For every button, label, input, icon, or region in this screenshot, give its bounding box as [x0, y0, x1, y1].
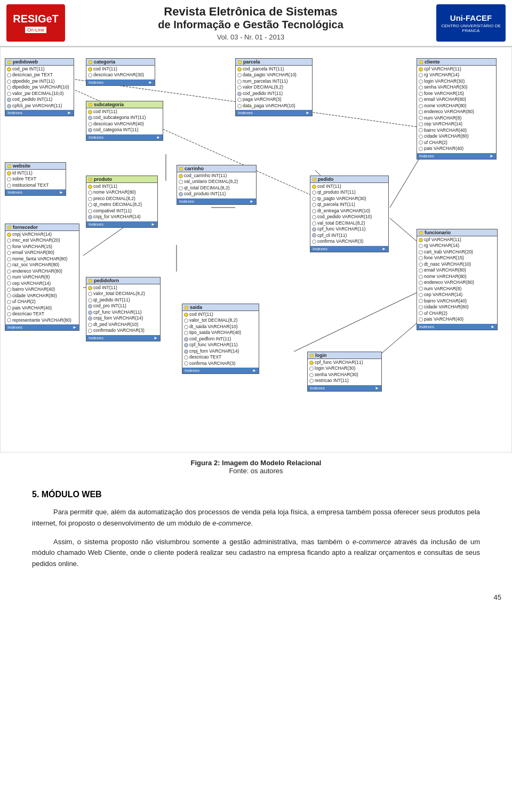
indexes-bar-website[interactable]: Indexes ► [5, 189, 66, 195]
field-row: pais VARCHAR(40) [418, 146, 495, 152]
field-row: cpf_func VARCHAR(11) [87, 309, 159, 315]
table-pedidoforn: pedidoforn cod INT(11) valor_total DECIM… [86, 277, 161, 341]
indexes-bar-login[interactable]: Indexes ► [308, 385, 381, 391]
field-row: cep VARCHAR(14) [6, 281, 78, 286]
field-row: valor_tot DECIMAL(8,2) [183, 317, 258, 323]
field-row: val_unitario DECIMAL(8,2) [178, 179, 255, 185]
page-header: RESIGeT On-Line Revista Eletrônica de Si… [0, 0, 512, 47]
field-row: restricao INT(11) [309, 378, 380, 384]
field-row: cidade VARCHAR(80) [418, 133, 495, 139]
paragraph-2: Assim, o sistema proposto não vislumbrou… [32, 537, 480, 570]
field-row: cod_pro INT(11) [87, 303, 159, 309]
indexes-bar-carrinho[interactable]: Indexes ► [177, 198, 256, 204]
field-row: senha VARCHAR(30) [418, 84, 495, 90]
field-row: rg VARCHAR(14) [418, 72, 495, 78]
field-row: cod INT(11) [87, 184, 156, 189]
field-row: num VARCHAR(8) [6, 274, 78, 280]
field-row: nome_fanta VARCHAR(80) [6, 256, 78, 262]
field-row: data_pagto VARCHAR(10) [237, 72, 311, 78]
field-row: cod INT(11) [87, 66, 154, 72]
field-row: login VARCHAR(30) [418, 78, 495, 84]
indexes-bar-categoria[interactable]: Indexes ► [86, 79, 155, 85]
field-row: cep VARCHAR(14) [418, 292, 496, 298]
field-row: bairro VARCHAR(40) [418, 128, 495, 133]
field-row: email VARCHAR(80) [418, 267, 496, 273]
field-row: tp_pagto VARCHAR(30) [311, 196, 387, 202]
field-row: valor DECIMAL(8,2) [237, 84, 311, 90]
field-row: pais VARCHAR(40) [418, 316, 496, 322]
field-row: cod_pedido VARCHAR(10) [311, 214, 387, 220]
indexes-bar-parcela[interactable]: Indexes ► [236, 110, 312, 116]
field-row: cnpj_for VARCHAR(14) [87, 214, 156, 220]
field-row: num VARCHAR(8) [418, 115, 495, 121]
field-row: cod_pw INT(11) [6, 66, 73, 72]
field-row: qt_pedido INT(11) [87, 297, 159, 303]
field-row: cpf VARCHAR(11) [418, 66, 495, 72]
indexes-bar-pedidoweb[interactable]: Indexes ► [5, 110, 74, 116]
field-row: descricao VARCHAR(30) [87, 72, 154, 78]
field-row: nome VARCHAR(80) [418, 103, 495, 109]
field-row: confirma VARCHAR(3) [311, 238, 387, 244]
field-row: qt_total DECIMAL(8,2) [178, 185, 255, 191]
field-row: nome VARCHAR(80) [418, 274, 496, 280]
field-row: descricao TEXT [183, 354, 258, 360]
table-pedido: pedido cod INT(11) qt_produto INT(11) tp… [310, 176, 389, 252]
indexes-bar-fornecedor[interactable]: Indexes ► [5, 324, 79, 330]
indexes-bar-subcategoria[interactable]: Indexes ► [86, 134, 163, 140]
table-categoria: categoria cod INT(11) descricao VARCHAR(… [86, 58, 155, 86]
field-row: insc_est VARCHAR(20) [6, 237, 78, 243]
field-row: cnpj_forn VARCHAR(14) [87, 315, 159, 321]
field-row: confirma VARCHAR(3) [183, 361, 258, 367]
field-row: id INT(11) [6, 170, 65, 176]
field-row: cpf_func VARCHAR(11) [309, 360, 380, 365]
field-row: cidade VARCHAR(80) [6, 293, 78, 299]
field-row: descricao VARCHAR(40) [87, 121, 162, 127]
field-row: sobre TEXT [6, 176, 65, 182]
table-parcela: parcela cod_parcela INT(11) data_pagto V… [235, 58, 313, 116]
field-row: descricao_pw TEXT [6, 72, 73, 78]
field-row: cod_pedido INT(11) [6, 97, 73, 102]
field-row: valor_total DECIMAL(8,2) [87, 291, 159, 297]
field-row: cod_pedido INT(11) [237, 91, 311, 97]
resiget-logo: RESIGeT On-Line [6, 4, 65, 42]
field-row: valor_pw DECIMAL(10,0) [6, 91, 73, 97]
table-subcategoria: subcategoria cod INT(11) cod_subcategori… [86, 101, 163, 141]
field-row: cod_carrinho INT(11) [178, 173, 255, 179]
indexes-bar-funcionario[interactable]: Indexes ► [417, 324, 497, 330]
field-row: fone VARCHAR(15) [418, 91, 495, 97]
field-row: confirmado VARCHAR(3) [87, 328, 159, 333]
field-row: preco DECIMAL(8,2) [87, 196, 156, 202]
field-row: cod_categoria INT(11) [87, 127, 162, 133]
field-row: endereco VARCHAR(80) [418, 280, 496, 285]
field-row: compativel INT(11) [87, 208, 156, 214]
indexes-bar-produto[interactable]: Indexes ► [86, 221, 157, 227]
field-row: cnpj VARCHAR(14) [6, 232, 78, 237]
section-heading: 5. MÓDULO WEB [32, 490, 480, 499]
field-row: dtpedido_pw VARCHAR(10) [6, 84, 73, 90]
table-login: login cpf_func VARCHAR(11) login VARCHAR… [307, 352, 382, 392]
indexes-bar-saida[interactable]: Indexes ► [182, 368, 259, 373]
field-row: cpf_cli INT(11) [311, 233, 387, 238]
field-row: endereco VARCHAR(80) [418, 109, 495, 115]
field-row: cod_pedforn INT(11) [183, 336, 258, 342]
indexes-bar-pedidoforn[interactable]: Indexes ► [86, 335, 160, 341]
field-row: cart_trab VARCHAR(20) [418, 249, 496, 255]
field-row: uf CHAR(2) [6, 299, 78, 305]
field-row: bairro VARCHAR(40) [418, 298, 496, 304]
svg-line-11 [294, 288, 427, 352]
field-row: raz_soc VARCHAR(80) [6, 262, 78, 268]
indexes-bar-pedido[interactable]: Indexes ► [310, 246, 388, 252]
journal-title: Revista Eletrônica de Sistemas de Inform… [65, 5, 436, 41]
field-row: cidade VARCHAR(80) [418, 304, 496, 310]
table-pedidoweb: pedidoweb cod_pw INT(11) descricao_pw TE… [5, 58, 74, 116]
field-row: paga VARCHAR(3) [237, 97, 311, 102]
field-row: dt_ped VARCHAR(10) [87, 322, 159, 328]
field-row: num_parcelas INT(11) [237, 78, 311, 84]
table-produto: produto cod INT(11) nome VARCHAR(80) pre… [86, 176, 158, 228]
indexes-bar-cliente[interactable]: Indexes ► [417, 153, 496, 159]
content-section: 5. MÓDULO WEB Para permitir que, além da… [0, 479, 512, 588]
field-row: cod INT(11) [183, 312, 258, 317]
field-row: descricao TEXT [6, 311, 78, 317]
field-row: rg VARCHAR(14) [418, 243, 496, 249]
field-row: representante VARCHAR(80) [6, 317, 78, 323]
